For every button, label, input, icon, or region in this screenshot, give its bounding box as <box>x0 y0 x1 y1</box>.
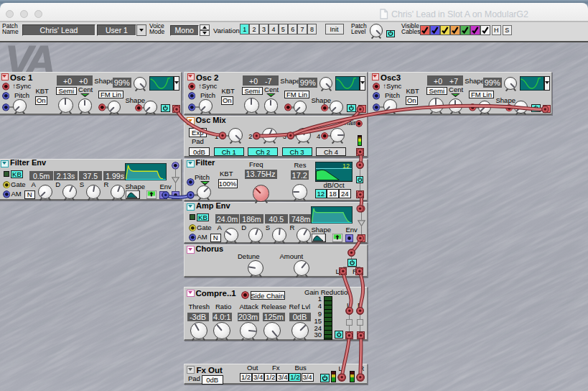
svg-text:12: 12 <box>342 162 349 170</box>
